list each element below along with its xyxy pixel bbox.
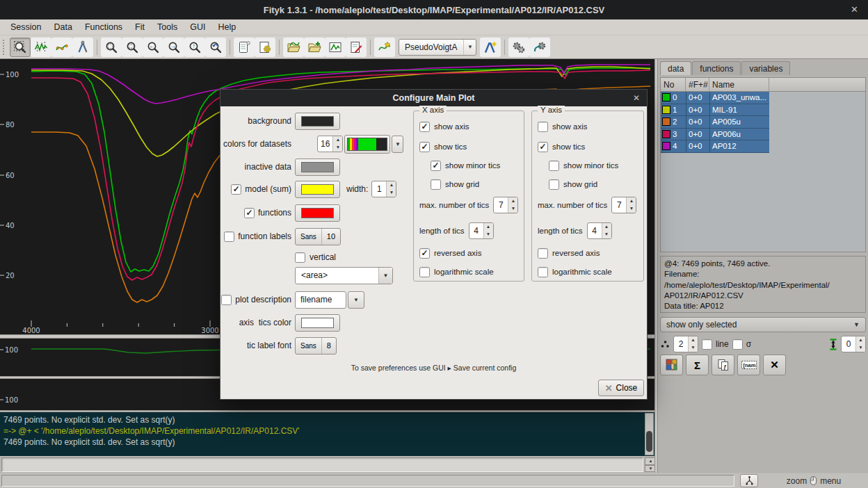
sum-datasets-button[interactable]: Σ (686, 355, 709, 375)
duplicate-dataset-button[interactable]: ƒ (712, 355, 734, 375)
zoom-rect-mode-button[interactable] (10, 38, 31, 57)
description-dropdown-button[interactable]: ▼ (348, 291, 364, 309)
background-color-button[interactable] (295, 113, 340, 130)
plot-description-checkbox[interactable] (221, 295, 232, 305)
baseline-mode-button[interactable] (51, 38, 72, 57)
inactive-data-color-button[interactable] (295, 158, 340, 176)
toolbar-separator (504, 40, 505, 55)
menu-functions[interactable]: Functions (79, 20, 129, 34)
dialog-close-button[interactable]: ✕ Close (598, 380, 644, 396)
dataset-row[interactable]: 40+0AP012 (661, 140, 769, 153)
x-axis-checkbox[interactable] (419, 267, 430, 277)
output-console[interactable]: 7469 points. No explicit std. dev. Set a… (0, 412, 654, 456)
label-format-combobox[interactable]: <area> ▼ (295, 267, 393, 284)
menu-fit[interactable]: Fit (129, 20, 151, 34)
description-combobox[interactable]: filename (295, 291, 346, 309)
filter-dropdown[interactable]: show only selected ▼ (660, 317, 866, 332)
log-viewer-button[interactable] (234, 38, 255, 57)
dataset-colors-count-spinner[interactable]: 16▲▼ (317, 136, 343, 152)
auto-add-button[interactable] (374, 38, 395, 57)
x-axis-spinner[interactable]: 7▲▼ (493, 197, 518, 213)
menu-help[interactable]: Help (211, 20, 242, 34)
rename-dataset-button[interactable]: [nam (737, 355, 760, 375)
x-axis-label: max. number of tics (419, 201, 489, 209)
range-mode-button[interactable] (31, 38, 51, 57)
function-labels-checkbox[interactable] (224, 231, 234, 242)
x-axis-checkbox[interactable] (419, 122, 430, 132)
line-checkbox[interactable] (702, 339, 712, 350)
dialog-titlebar[interactable]: Configure Main Plot ✕ (220, 90, 647, 106)
command-input[interactable] (1, 457, 643, 472)
dataset-palette-dropdown[interactable]: ▼ (392, 136, 403, 153)
menu-gui[interactable]: GUI (184, 20, 211, 34)
column-header-ff[interactable]: #F+# (686, 78, 709, 91)
sidebar-tab-data[interactable]: data (660, 61, 691, 75)
dataset-row[interactable]: 30+0AP006u (661, 129, 769, 141)
y-axis-spinner[interactable]: 7▲▼ (611, 197, 636, 213)
zoom-up-button[interactable]: ↑ (184, 38, 205, 57)
functions-checkbox[interactable] (244, 208, 255, 218)
column-header-name[interactable]: Name (709, 78, 769, 91)
window-close-button[interactable]: ✕ (851, 4, 858, 15)
zoom-select-button[interactable] (122, 38, 143, 57)
y-axis-checkbox[interactable] (538, 142, 548, 152)
zoom-undo-button[interactable]: ↶ (205, 38, 226, 57)
function-labels-font-button[interactable]: Sans10 (295, 228, 341, 245)
y-axis-checkbox[interactable] (538, 267, 548, 277)
sidebar-tab-variables[interactable]: variables (741, 61, 790, 75)
export-image-button[interactable] (325, 38, 346, 57)
dialog-close-icon[interactable]: ✕ (633, 93, 640, 103)
dataset-colors-button[interactable] (660, 355, 683, 375)
shift-spinner[interactable]: 0▲▼ (841, 336, 866, 352)
add-peak-button[interactable] (480, 38, 501, 57)
model-color-button[interactable] (295, 181, 340, 198)
dataset-row[interactable]: 10+0MIL-91 (661, 104, 769, 117)
point-size-spinner[interactable]: 2▲▼ (673, 336, 698, 352)
x-axis-checkbox[interactable] (419, 248, 430, 259)
undo-fit-button[interactable] (529, 38, 550, 57)
script-editor-button[interactable] (255, 38, 275, 57)
sidebar-tab-functions[interactable]: functions (692, 61, 741, 75)
tic-font-button[interactable]: Sans8 (295, 337, 337, 355)
toolbar-separator (230, 40, 230, 55)
zoom-all-button[interactable] (101, 38, 122, 57)
menu-tools[interactable]: Tools (151, 20, 184, 34)
peak-type-combobox[interactable]: PseudoVoigtA▼ (399, 39, 476, 56)
dataset-palette-button[interactable] (344, 135, 390, 154)
save-session-button[interactable] (346, 38, 367, 57)
vertical-checkbox[interactable] (295, 252, 305, 263)
load-data-button[interactable] (283, 38, 304, 57)
menu-session[interactable]: Session (4, 20, 47, 34)
zoom-left-button[interactable]: ← (143, 38, 163, 57)
run-fit-button[interactable] (508, 38, 529, 57)
sigma-checkbox[interactable] (732, 339, 743, 350)
column-header-no[interactable]: No (661, 78, 686, 91)
x-axis-checkbox[interactable] (419, 142, 430, 152)
y-axis-checkbox[interactable] (538, 248, 548, 259)
y-axis-spinner[interactable]: 4▲▼ (587, 222, 612, 239)
statusbar-message-area (1, 475, 734, 487)
y-axis-checkbox[interactable] (538, 122, 548, 132)
functions-color-button[interactable] (295, 204, 340, 222)
y-axis-checkbox[interactable] (549, 161, 559, 171)
dataset-row[interactable]: 00+0AP003_unwa... (661, 92, 769, 104)
add-peak-mode-button[interactable] (72, 38, 93, 57)
x-axis-spinner[interactable]: 4▲▼ (469, 222, 494, 239)
statusbar-config-button[interactable] (740, 474, 758, 487)
x-axis-checkbox[interactable] (431, 161, 441, 171)
console-scrollbar-thumb[interactable] (646, 431, 652, 452)
statusbar: zoom menu (0, 473, 868, 488)
zoom-right-button[interactable]: → (163, 38, 184, 57)
tics-color-button[interactable] (295, 314, 340, 332)
y-axis-checkbox[interactable] (549, 179, 559, 190)
model-width-spinner[interactable]: 1▲▼ (371, 181, 396, 197)
x-axis-max-number-of-tics: max. number of tics7▲▼ (419, 196, 518, 214)
model-checkbox[interactable] (231, 184, 241, 195)
dataset-row[interactable]: 20+0AP005u (661, 116, 769, 129)
append-data-button[interactable] (304, 38, 325, 57)
toolbar-grip[interactable] (3, 40, 7, 55)
x-axis-checkbox[interactable] (431, 179, 441, 190)
menu-data[interactable]: Data (47, 20, 78, 34)
delete-dataset-button[interactable]: ✕ (763, 355, 786, 375)
console-scrollbar[interactable] (645, 413, 654, 455)
